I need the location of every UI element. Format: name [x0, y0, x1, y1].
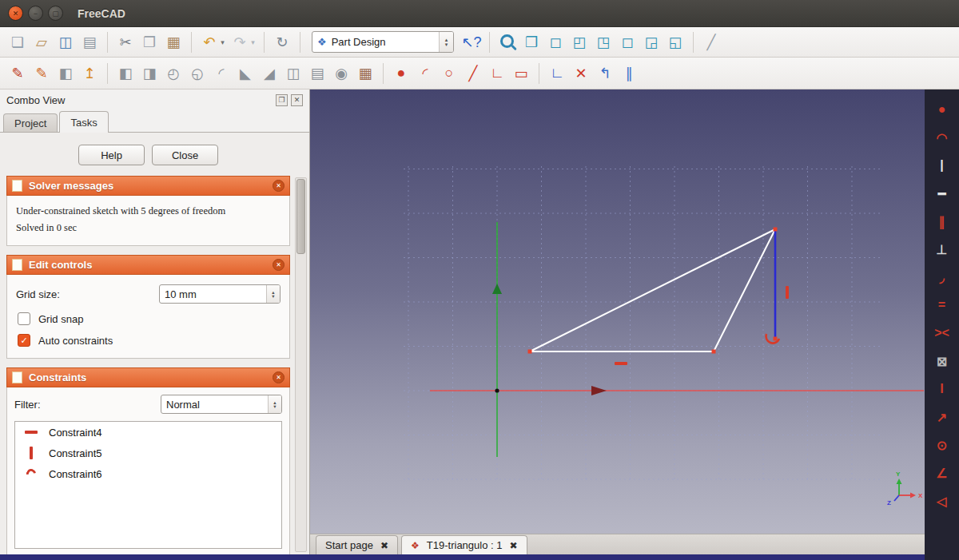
maximize-window-button[interactable]: ▢ [48, 6, 63, 21]
line-icon[interactable]: ╱ [462, 62, 484, 85]
zoom-fit-icon[interactable] [496, 31, 519, 54]
origin-point[interactable] [495, 388, 499, 392]
whats-this-icon[interactable]: ↖? [460, 31, 483, 54]
constraint-point-on-object-icon[interactable]: ◠ [931, 129, 953, 146]
fillet-icon[interactable]: ◜ [210, 62, 233, 85]
revolution-icon[interactable]: ◴ [162, 62, 185, 85]
open-file-icon[interactable]: ▱ [30, 31, 53, 54]
auto-constraints-checkbox[interactable]: ✓ [18, 334, 30, 347]
create-sketch-icon[interactable]: ✎ [6, 62, 29, 85]
solver-messages-header[interactable]: Solver messages ✕ [6, 176, 290, 196]
view-front-icon[interactable]: ◻ [544, 31, 567, 54]
tab-project[interactable]: Project [3, 113, 58, 132]
constraint-vertical-icon[interactable]: | [931, 157, 953, 174]
constraint-equal-icon[interactable]: = [931, 296, 953, 314]
constraint-tangent-icon[interactable]: ◞ [931, 268, 953, 286]
help-button[interactable]: Help [78, 145, 145, 165]
view-left-icon[interactable]: ◱ [664, 31, 686, 54]
spinner-arrows-icon[interactable]: ▴▾ [266, 285, 280, 303]
polar-pattern-icon[interactable]: ◉ [330, 62, 352, 85]
multitransform-icon[interactable]: ▦ [354, 62, 376, 85]
point-icon[interactable]: ● [390, 62, 412, 85]
collapse-section-icon[interactable]: ✕ [273, 259, 285, 271]
undo-icon[interactable]: ↶ [198, 31, 221, 54]
edit-controls-header[interactable]: Edit controls ✕ [6, 255, 290, 275]
grid-snap-checkbox[interactable]: ✓ [18, 312, 30, 325]
3d-viewport[interactable]: Y X Z [310, 89, 925, 534]
cut-icon[interactable]: ✂ [114, 31, 137, 54]
view-rear-icon[interactable]: ◻ [616, 31, 639, 54]
groove-icon[interactable]: ◵ [186, 62, 209, 85]
circle-icon[interactable]: ○ [438, 62, 460, 85]
vertical-constraint-icon [24, 447, 38, 459]
horizontal-constraint-marker[interactable] [615, 362, 627, 365]
sketch-canvas[interactable]: Y X Z [310, 89, 925, 534]
close-tab-icon[interactable]: ✖ [510, 540, 518, 551]
scrollbar-thumb[interactable] [296, 179, 305, 254]
constraint-angle-icon[interactable]: ∠ [931, 464, 953, 482]
constraint-lock-icon[interactable]: ⊠ [931, 352, 953, 370]
dropdown-arrows-icon[interactable]: ▴▾ [268, 395, 281, 413]
tab-start-page[interactable]: Start page✖ [316, 535, 398, 554]
origin-axes-icon[interactable]: ∟ [546, 62, 568, 85]
constraints-header[interactable]: Constraints ✕ [6, 367, 290, 387]
print-icon[interactable]: ▤ [78, 31, 101, 54]
constraint-snell-icon[interactable]: ◁ [931, 492, 953, 510]
view-top-icon[interactable]: ◰ [568, 31, 591, 54]
pocket-icon[interactable]: ◨ [138, 62, 161, 85]
paste-icon[interactable]: ▦ [162, 31, 185, 54]
workbench-selector[interactable]: ❖Part Design▴▾ [312, 31, 454, 53]
constraint-distance-y-icon[interactable]: I [931, 380, 953, 398]
constraint-distance-icon[interactable]: ↗ [931, 408, 953, 426]
workbench-dropdown-arrows[interactable]: ▴▾ [439, 32, 453, 52]
view-right-icon[interactable]: ◳ [592, 31, 615, 54]
mirrored-icon[interactable]: ◫ [282, 62, 304, 85]
tab-tasks[interactable]: Tasks [59, 111, 108, 133]
edit-sketch-icon[interactable]: ✎ [30, 62, 53, 85]
arc-icon[interactable]: ◜ [414, 62, 436, 85]
float-panel-icon[interactable]: ❐ [276, 94, 288, 106]
close-tab-icon[interactable]: ✖ [380, 540, 388, 551]
close-window-button[interactable]: ✕ [8, 6, 23, 21]
redo-dropdown-icon[interactable]: ▾ [249, 31, 257, 54]
constraint-horizontal-icon[interactable]: ━ [931, 185, 953, 202]
rectangle-icon[interactable]: ▭ [510, 62, 532, 85]
refresh-icon[interactable]: ↻ [271, 31, 293, 54]
constraint-coincident-icon[interactable]: ● [931, 101, 953, 118]
vertical-constraint-marker[interactable] [786, 286, 789, 299]
constraint-symmetric-icon[interactable]: >< [931, 324, 953, 342]
collapse-section-icon[interactable]: ✕ [273, 180, 285, 192]
measure-icon[interactable]: ╱ [700, 31, 722, 54]
view-sketch-icon[interactable]: ◧ [54, 62, 77, 85]
linear-pattern-icon[interactable]: ▤ [306, 62, 328, 85]
constraint-radius-icon[interactable]: ⊙ [931, 436, 953, 454]
copy-icon[interactable]: ❐ [138, 31, 161, 54]
save-file-icon[interactable]: ◫ [54, 31, 77, 54]
constraint-perpendicular-icon[interactable]: ⊥ [931, 240, 953, 258]
construction-mode-icon[interactable]: ∥ [618, 62, 640, 85]
draft-icon[interactable]: ◢ [258, 62, 281, 85]
new-file-icon[interactable]: ❏ [6, 31, 29, 54]
map-sketch-icon[interactable]: ↥ [78, 62, 101, 85]
external-geometry-icon[interactable]: ↰ [594, 62, 616, 85]
filter-dropdown[interactable]: Normal ▴▾ [161, 395, 282, 414]
constraint-list-item[interactable]: Constraint4 [15, 422, 281, 443]
close-panel-icon[interactable]: ✕ [291, 94, 303, 106]
trim-icon[interactable]: ✕ [570, 62, 592, 85]
redo-icon[interactable]: ↷ [229, 31, 251, 54]
constraint-list-item[interactable]: Constraint5 [15, 443, 281, 463]
collapse-section-icon[interactable]: ✕ [273, 371, 285, 383]
grid-size-spinner[interactable]: 10 mm ▴▾ [159, 284, 281, 304]
polyline-icon[interactable]: ∟ [486, 62, 508, 85]
undo-dropdown-icon[interactable]: ▾ [218, 31, 227, 54]
view-axonometric-icon[interactable]: ❒ [520, 31, 543, 54]
tab-document[interactable]: ❖T19-triangulo : 1✖ [401, 535, 527, 554]
constraint-parallel-icon[interactable]: ∥ [931, 212, 953, 230]
panel-scrollbar[interactable] [295, 177, 307, 552]
view-bottom-icon[interactable]: ◲ [640, 31, 663, 54]
close-button[interactable]: Close [152, 145, 218, 165]
pad-icon[interactable]: ◧ [114, 62, 137, 85]
minimize-window-button[interactable]: − [28, 6, 43, 21]
constraint-list-item[interactable]: Constraint6 [15, 463, 281, 484]
chamfer-icon[interactable]: ◣ [234, 62, 257, 85]
